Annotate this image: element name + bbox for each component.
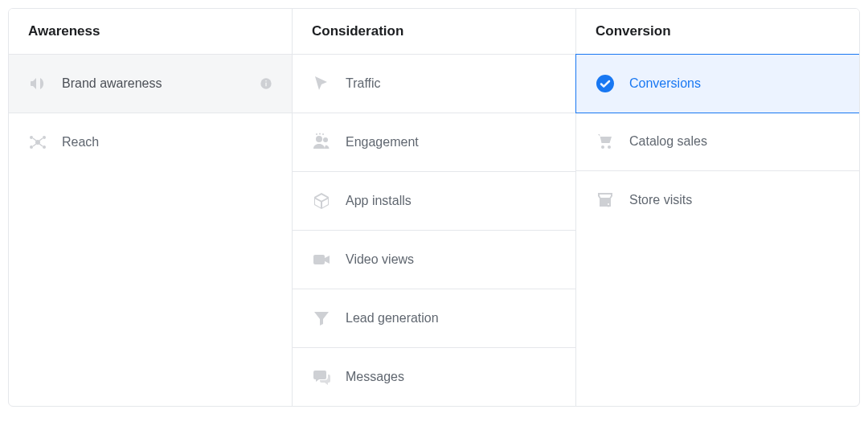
svg-point-5: [43, 136, 46, 139]
option-label: Reach: [62, 135, 272, 149]
column-conversion: Conversion Conversions Catalog sales Sto…: [576, 9, 859, 406]
option-engagement[interactable]: Engagement: [293, 113, 575, 172]
option-store-visits[interactable]: Store visits: [576, 171, 859, 229]
option-traffic[interactable]: Traffic: [293, 55, 575, 113]
svg-point-8: [316, 136, 322, 142]
option-label: Engagement: [346, 135, 556, 149]
svg-point-14: [596, 75, 614, 92]
column-header-awareness: Awareness: [9, 9, 292, 55]
svg-rect-1: [265, 83, 266, 87]
svg-rect-13: [313, 255, 325, 264]
check-icon: [596, 74, 615, 93]
option-brand-awareness[interactable]: Brand awareness: [9, 55, 292, 113]
objective-selector: Awareness Brand awareness Reach Consider…: [8, 8, 860, 407]
svg-point-9: [323, 137, 328, 142]
option-label: Lead generation: [346, 311, 556, 326]
column-header-consideration: Consideration: [293, 9, 575, 55]
svg-point-7: [43, 145, 46, 149]
option-label: Messages: [346, 370, 556, 384]
svg-point-15: [601, 145, 604, 149]
option-label: Catalog sales: [629, 134, 840, 149]
cart-icon: [596, 132, 615, 151]
people-icon: [312, 133, 331, 152]
column-consideration: Consideration Traffic Engagement App ins…: [293, 9, 576, 406]
network-icon: [28, 133, 47, 152]
svg-point-11: [319, 133, 321, 135]
svg-rect-2: [265, 80, 266, 81]
option-label: Conversions: [629, 76, 840, 91]
column-awareness: Awareness Brand awareness Reach: [9, 9, 293, 406]
box-icon: [312, 191, 331, 211]
option-messages[interactable]: Messages: [293, 348, 575, 406]
option-label: Brand awareness: [62, 76, 260, 91]
funnel-icon: [312, 309, 331, 328]
option-conversions[interactable]: Conversions: [575, 54, 860, 113]
option-video-views[interactable]: Video views: [293, 231, 575, 289]
option-label: Traffic: [346, 76, 556, 91]
svg-rect-17: [602, 201, 605, 207]
option-lead-generation[interactable]: Lead generation: [293, 289, 575, 348]
info-icon[interactable]: [260, 77, 272, 90]
option-app-installs[interactable]: App installs: [293, 172, 575, 231]
svg-point-16: [608, 145, 611, 149]
store-icon: [596, 190, 615, 210]
chat-icon: [312, 367, 331, 387]
option-catalog-sales[interactable]: Catalog sales: [576, 113, 859, 171]
megaphone-icon: [28, 74, 47, 93]
option-label: Video views: [346, 252, 556, 267]
svg-point-19: [608, 203, 609, 205]
video-icon: [312, 250, 331, 269]
option-label: App installs: [346, 194, 556, 208]
cursor-icon: [312, 74, 331, 93]
svg-point-6: [30, 145, 33, 149]
svg-point-10: [316, 133, 317, 135]
svg-point-12: [322, 133, 324, 135]
option-label: Store visits: [629, 193, 840, 207]
svg-point-4: [30, 136, 33, 139]
option-reach[interactable]: Reach: [9, 113, 292, 171]
column-header-conversion: Conversion: [576, 9, 859, 55]
